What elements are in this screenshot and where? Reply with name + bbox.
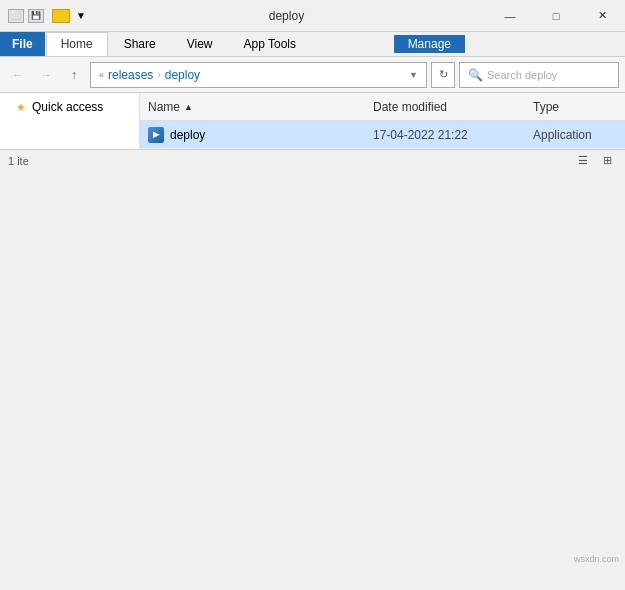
address-dropdown[interactable]: ▼ xyxy=(409,70,418,80)
ribbon-tab-row: File Home Share View App Tools Manage xyxy=(0,32,625,56)
sidebar-item-quick-access[interactable]: ★ Quick access xyxy=(0,97,139,117)
file-name: deploy xyxy=(170,128,205,142)
search-icon: 🔍 xyxy=(468,68,483,82)
breadcrumb-arrow: › xyxy=(157,69,160,80)
refresh-button[interactable]: ↻ xyxy=(431,62,455,88)
address-releases[interactable]: releases xyxy=(108,68,153,82)
status-bar: 1 ite ☰ ⊞ xyxy=(0,149,625,171)
address-bar-row: ← → ↑ « releases › deploy ▼ ↻ 🔍 Search d… xyxy=(0,57,625,93)
title-bar-icons: ⬜ 💾 ▼ xyxy=(8,9,86,23)
header-type[interactable]: Type xyxy=(525,100,625,114)
header-date[interactable]: Date modified xyxy=(365,100,525,114)
app-file-icon: ▶ xyxy=(148,127,164,143)
explorer-layout: ★ Quick access Name ▲ Date modified Type… xyxy=(0,93,625,149)
sidebar-item-label: Quick access xyxy=(32,100,103,114)
quick-access-icon: ⬜ xyxy=(8,9,24,23)
folder-icon xyxy=(52,9,70,23)
search-box[interactable]: 🔍 Search deploy xyxy=(459,62,619,88)
file-date: 17-04-2022 21:22 xyxy=(365,128,525,142)
tab-share[interactable]: Share xyxy=(109,32,171,56)
watermark: wsxdn.com xyxy=(574,554,619,564)
forward-button[interactable]: → xyxy=(34,63,58,87)
dropdown-icon: ▼ xyxy=(76,10,86,21)
maximize-button[interactable]: □ xyxy=(533,0,579,32)
table-row[interactable]: ▶ deploy 17-04-2022 21:22 Application xyxy=(140,121,625,149)
status-count: 1 ite xyxy=(8,155,29,167)
sidebar: ★ Quick access xyxy=(0,93,140,149)
back-button[interactable]: ← xyxy=(6,63,30,87)
star-icon: ★ xyxy=(16,101,26,114)
window-controls: — □ ✕ xyxy=(487,0,625,32)
sort-arrow: ▲ xyxy=(184,102,193,112)
ribbon: File Home Share View App Tools Manage xyxy=(0,32,625,57)
save-icon: 💾 xyxy=(28,9,44,23)
address-chevron: « xyxy=(99,70,104,80)
column-header-row: Name ▲ Date modified Type xyxy=(140,93,625,121)
up-button[interactable]: ↑ xyxy=(62,63,86,87)
manage-label[interactable]: Manage xyxy=(394,35,465,53)
address-deploy[interactable]: deploy xyxy=(165,68,200,82)
file-area: Name ▲ Date modified Type ▶ deploy 17-04… xyxy=(140,93,625,149)
header-name[interactable]: Name ▲ xyxy=(140,100,365,114)
title-bar: ⬜ 💾 ▼ deploy — □ ✕ xyxy=(0,0,625,32)
tab-home[interactable]: Home xyxy=(46,32,108,56)
tab-view[interactable]: View xyxy=(172,32,228,56)
file-name-cell: ▶ deploy xyxy=(140,127,365,143)
tab-app-tools[interactable]: App Tools xyxy=(229,32,311,56)
tab-file[interactable]: File xyxy=(0,32,45,56)
search-placeholder: Search deploy xyxy=(487,69,557,81)
file-type: Application xyxy=(525,128,625,142)
address-box[interactable]: « releases › deploy ▼ xyxy=(90,62,427,88)
large-icons-button[interactable]: ⊞ xyxy=(597,152,617,170)
close-button[interactable]: ✕ xyxy=(579,0,625,32)
status-right: ☰ ⊞ xyxy=(573,152,617,170)
window-title: deploy xyxy=(86,9,487,23)
details-view-button[interactable]: ☰ xyxy=(573,152,593,170)
minimize-button[interactable]: — xyxy=(487,0,533,32)
